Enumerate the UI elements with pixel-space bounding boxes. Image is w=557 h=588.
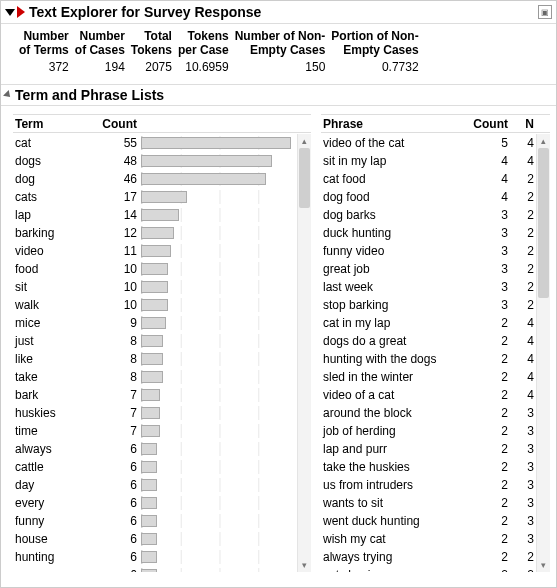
scroll-thumb[interactable] bbox=[299, 148, 310, 208]
phrase-cell: funny video bbox=[321, 244, 464, 258]
term-row[interactable]: video11 bbox=[13, 242, 297, 260]
count-cell: 6 bbox=[99, 514, 141, 528]
term-row[interactable]: cattle6 bbox=[13, 458, 297, 476]
scroll-up-icon[interactable]: ▴ bbox=[298, 134, 311, 148]
term-row[interactable]: cats17 bbox=[13, 188, 297, 206]
term-cell: every bbox=[13, 496, 99, 510]
phrase-row[interactable]: wants to sit23 bbox=[321, 494, 536, 512]
disclosure-icon[interactable] bbox=[5, 9, 15, 16]
phrase-row[interactable]: went duck hunting23 bbox=[321, 512, 536, 530]
phrase-scrollbar[interactable]: ▴ ▾ bbox=[536, 134, 550, 572]
phrase-cell: sit in my lap bbox=[321, 154, 464, 168]
stat-value: 150 bbox=[235, 58, 326, 74]
term-row[interactable]: hunting6 bbox=[13, 548, 297, 566]
column-header-term[interactable]: Term bbox=[13, 117, 99, 131]
scroll-down-icon[interactable]: ▾ bbox=[298, 558, 311, 572]
n-cell: 2 bbox=[508, 208, 536, 222]
term-row[interactable]: funny6 bbox=[13, 512, 297, 530]
term-row[interactable]: time7 bbox=[13, 422, 297, 440]
phrase-row[interactable]: sit in my lap44 bbox=[321, 152, 536, 170]
phrase-row[interactable]: sled in the winter24 bbox=[321, 368, 536, 386]
term-row[interactable]: huskies7 bbox=[13, 404, 297, 422]
scroll-down-icon[interactable]: ▾ bbox=[537, 558, 550, 572]
term-row[interactable]: one6 bbox=[13, 566, 297, 572]
term-row[interactable]: mice9 bbox=[13, 314, 297, 332]
phrase-row[interactable]: cat chasing22 bbox=[321, 566, 536, 572]
phrase-row[interactable]: dogs do a great24 bbox=[321, 332, 536, 350]
term-row[interactable]: lap14 bbox=[13, 206, 297, 224]
scroll-thumb[interactable] bbox=[538, 148, 549, 298]
term-list-header: Term Count bbox=[13, 115, 311, 133]
phrase-row[interactable]: great job32 bbox=[321, 260, 536, 278]
bar-cell bbox=[141, 352, 297, 366]
term-row[interactable]: just8 bbox=[13, 332, 297, 350]
count-cell: 3 bbox=[464, 208, 508, 222]
column-header-phrase[interactable]: Phrase bbox=[321, 117, 464, 131]
n-cell: 3 bbox=[508, 478, 536, 492]
term-row[interactable]: take8 bbox=[13, 368, 297, 386]
term-row[interactable]: always6 bbox=[13, 440, 297, 458]
bar bbox=[141, 317, 166, 329]
n-cell: 2 bbox=[508, 226, 536, 240]
phrase-row[interactable]: around the block23 bbox=[321, 404, 536, 422]
stat-label: TotalTokens bbox=[131, 30, 172, 58]
term-row[interactable]: day6 bbox=[13, 476, 297, 494]
phrase-row[interactable]: dog food42 bbox=[321, 188, 536, 206]
count-cell: 6 bbox=[99, 442, 141, 456]
phrase-row[interactable]: dog barks32 bbox=[321, 206, 536, 224]
column-header-count[interactable]: Count bbox=[99, 117, 141, 131]
term-cell: time bbox=[13, 424, 99, 438]
phrase-row[interactable]: us from intruders23 bbox=[321, 476, 536, 494]
window-menu-icon[interactable]: ▣ bbox=[538, 5, 552, 19]
bar-cell bbox=[141, 334, 297, 348]
phrase-row[interactable]: funny video32 bbox=[321, 242, 536, 260]
term-cell: hunting bbox=[13, 550, 99, 564]
term-row[interactable]: dogs48 bbox=[13, 152, 297, 170]
phrase-cell: video of the cat bbox=[321, 136, 464, 150]
term-cell: take bbox=[13, 370, 99, 384]
phrase-row[interactable]: take the huskies23 bbox=[321, 458, 536, 476]
term-row[interactable]: walk10 bbox=[13, 296, 297, 314]
term-row[interactable]: barking12 bbox=[13, 224, 297, 242]
phrase-row[interactable]: duck hunting32 bbox=[321, 224, 536, 242]
phrase-row[interactable]: video of the cat54 bbox=[321, 134, 536, 152]
bar bbox=[141, 497, 157, 509]
term-row[interactable]: dog46 bbox=[13, 170, 297, 188]
phrase-row[interactable]: hunting with the dogs24 bbox=[321, 350, 536, 368]
term-row[interactable]: cat55 bbox=[13, 134, 297, 152]
term-cell: cattle bbox=[13, 460, 99, 474]
disclosure-icon[interactable] bbox=[3, 90, 13, 100]
phrase-row[interactable]: video of a cat24 bbox=[321, 386, 536, 404]
phrase-row[interactable]: stop barking32 bbox=[321, 296, 536, 314]
phrase-row[interactable]: lap and purr23 bbox=[321, 440, 536, 458]
term-row[interactable]: sit10 bbox=[13, 278, 297, 296]
term-row[interactable]: like8 bbox=[13, 350, 297, 368]
hotspot-menu-icon[interactable] bbox=[17, 6, 25, 18]
column-header-n[interactable]: N bbox=[508, 117, 536, 131]
phrase-row[interactable]: wish my cat23 bbox=[321, 530, 536, 548]
phrase-row[interactable]: cat in my lap24 bbox=[321, 314, 536, 332]
term-row[interactable]: every6 bbox=[13, 494, 297, 512]
term-row[interactable]: food10 bbox=[13, 260, 297, 278]
count-cell: 9 bbox=[99, 316, 141, 330]
phrase-row[interactable]: job of herding23 bbox=[321, 422, 536, 440]
bar-cell bbox=[141, 262, 297, 276]
phrase-cell: wish my cat bbox=[321, 532, 464, 546]
term-scrollbar[interactable]: ▴ ▾ bbox=[297, 134, 311, 572]
phrase-row[interactable]: last week32 bbox=[321, 278, 536, 296]
term-row[interactable]: house6 bbox=[13, 530, 297, 548]
count-cell: 2 bbox=[464, 550, 508, 564]
lists-container: Term Count cat55dogs48dog46cats17lap14ba… bbox=[1, 106, 556, 572]
term-row[interactable]: bark7 bbox=[13, 386, 297, 404]
phrase-row[interactable]: cat food42 bbox=[321, 170, 536, 188]
phrase-cell: us from intruders bbox=[321, 478, 464, 492]
phrase-list-header: Phrase Count N bbox=[321, 115, 550, 133]
column-header-count[interactable]: Count bbox=[464, 117, 508, 131]
scroll-up-icon[interactable]: ▴ bbox=[537, 134, 550, 148]
summary-stats: Numberof Terms372Numberof Cases194TotalT… bbox=[1, 24, 556, 84]
phrase-row[interactable]: always trying22 bbox=[321, 548, 536, 566]
phrase-cell: always trying bbox=[321, 550, 464, 564]
count-cell: 8 bbox=[99, 370, 141, 384]
term-cell: video bbox=[13, 244, 99, 258]
term-cell: just bbox=[13, 334, 99, 348]
